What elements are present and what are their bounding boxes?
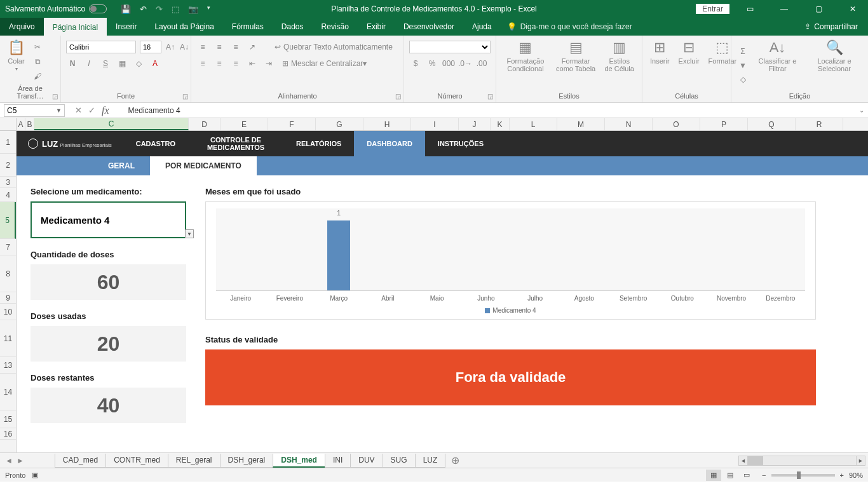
font-launcher-icon[interactable]: ◲ [182, 93, 188, 100]
sheet-tab-REL_geral[interactable]: REL_geral [168, 454, 220, 468]
dropdown-arrow-icon[interactable]: ▼ [185, 229, 194, 238]
border-icon[interactable]: ▦ [116, 57, 128, 70]
decrease-font-icon[interactable]: A↓ [179, 41, 189, 53]
signin-button[interactable]: Entrar [696, 4, 729, 14]
touch-mode-icon[interactable]: ⬚ [172, 4, 179, 14]
find-select-button[interactable]: 🔍Localizar e Selecionar [806, 38, 863, 92]
tab-exibir[interactable]: Exibir [358, 18, 395, 36]
col-header-I[interactable]: I [411, 118, 459, 130]
col-header-M[interactable]: M [557, 118, 605, 130]
zoom-out-button[interactable]: − [762, 471, 766, 479]
view-page-break-icon[interactable]: ▭ [739, 470, 754, 481]
underline-icon[interactable]: S [99, 57, 112, 70]
cancel-formula-icon[interactable]: ✕ [75, 105, 82, 115]
row-header-10[interactable]: 10 [0, 304, 16, 320]
col-header-B[interactable]: B [25, 118, 34, 130]
col-header-O[interactable]: O [653, 118, 700, 130]
subnav-por-medicamento[interactable]: POR MEDICAMENTO [150, 156, 257, 175]
row-header-15[interactable]: 15 [0, 410, 16, 428]
zoom-slider[interactable] [771, 474, 835, 477]
italic-icon[interactable]: I [83, 57, 95, 70]
name-box-dropdown-icon[interactable]: ▼ [56, 107, 62, 114]
increase-decimal-icon[interactable]: .0→ [459, 57, 471, 70]
increase-font-icon[interactable]: A↑ [165, 41, 175, 53]
nav-controle[interactable]: CONTROLE DE MEDICAMENTOS [188, 131, 283, 156]
align-right-icon[interactable]: ≡ [229, 57, 242, 70]
sheet-tab-INI[interactable]: INI [325, 454, 351, 468]
clipboard-launcher-icon[interactable]: ◲ [52, 93, 58, 100]
sheet-nav-next-icon[interactable]: ► [17, 456, 24, 465]
expand-formula-bar-icon[interactable]: ⌄ [859, 107, 864, 114]
medication-select[interactable]: Medicamento 4 ▼ [31, 201, 186, 238]
save-icon[interactable]: 💾 [121, 4, 131, 14]
indent-decrease-icon[interactable]: ⇤ [246, 57, 259, 70]
tab-revisao[interactable]: Revisão [313, 18, 358, 36]
row-header-16[interactable]: 16 [0, 428, 16, 440]
row-header-11[interactable]: 11 [0, 320, 16, 357]
nav-dashboard[interactable]: DASHBOARD [354, 131, 425, 156]
row-header-8[interactable]: 8 [0, 255, 16, 292]
format-painter-icon[interactable]: 🖌 [31, 70, 44, 83]
macro-record-icon[interactable]: ▣ [32, 471, 38, 479]
col-header-G[interactable]: G [316, 118, 363, 130]
sheet-tab-CONTR_med[interactable]: CONTR_med [105, 454, 168, 468]
col-header-N[interactable]: N [605, 118, 653, 130]
insert-cells-button[interactable]: ⊞Inserir [648, 38, 672, 92]
copy-icon[interactable]: ⧉ [31, 55, 44, 68]
sheet-tab-DSH_med[interactable]: DSH_med [273, 454, 325, 468]
row-header-9[interactable]: 9 [0, 292, 16, 304]
tab-formulas[interactable]: Fórmulas [223, 18, 273, 36]
col-header-E[interactable]: E [220, 118, 268, 130]
col-header-L[interactable]: L [510, 118, 557, 130]
font-name-input[interactable] [66, 41, 136, 53]
col-header-A[interactable]: A [17, 118, 25, 130]
row-header-5[interactable]: 5 [0, 202, 16, 239]
col-header-D[interactable]: D [189, 118, 220, 130]
nav-cadastro[interactable]: CADASTRO [123, 131, 188, 156]
close-button[interactable]: ✕ [839, 0, 867, 18]
align-left-icon[interactable]: ≡ [196, 57, 209, 70]
accept-formula-icon[interactable]: ✓ [88, 105, 95, 115]
name-box[interactable]: C5 ▼ [4, 104, 65, 117]
cell-styles-button[interactable]: ▥Estilos de Célula [602, 38, 637, 92]
align-bottom-icon[interactable]: ≡ [229, 41, 242, 53]
hscroll-thumb[interactable] [748, 456, 763, 465]
tab-desenvolvedor[interactable]: Desenvolvedor [395, 18, 463, 36]
col-header-J[interactable]: J [459, 118, 491, 130]
row-header-13[interactable]: 13 [0, 357, 16, 374]
nav-instrucoes[interactable]: INSTRUÇÕES [425, 131, 496, 156]
redo-icon[interactable]: ↷ [156, 4, 163, 14]
subnav-geral[interactable]: GERAL [93, 156, 150, 175]
orientation-icon[interactable]: ↗ [246, 41, 259, 53]
autosave-toggle[interactable]: Salvamento Automático [5, 4, 107, 13]
col-header-C[interactable]: C [34, 118, 189, 130]
currency-icon[interactable]: $ [409, 57, 422, 70]
tell-me-search[interactable]: 💡 Diga-me o que você deseja fazer [507, 18, 632, 36]
qat-dropdown-icon[interactable]: ▾ [207, 4, 210, 14]
row-header-4[interactable]: 4 [0, 188, 16, 202]
zoom-value[interactable]: 90% [849, 471, 863, 479]
number-launcher-icon[interactable]: ◲ [487, 93, 493, 100]
sheet-tab-DSH_geral[interactable]: DSH_geral [220, 454, 274, 468]
row-header-3[interactable]: 3 [0, 177, 16, 188]
col-header-R[interactable]: R [796, 118, 843, 130]
ribbon-display-icon[interactable]: ▭ [736, 0, 764, 18]
minimize-button[interactable]: — [770, 0, 798, 18]
select-all-corner[interactable] [0, 118, 17, 130]
formula-input[interactable]: Medicamento 4 [128, 106, 180, 115]
row-header-7[interactable]: 7 [0, 239, 16, 255]
sheet-tab-DUV[interactable]: DUV [350, 454, 383, 468]
indent-increase-icon[interactable]: ⇥ [262, 57, 275, 70]
decrease-decimal-icon[interactable]: .00 [475, 57, 488, 70]
align-middle-icon[interactable]: ≡ [213, 41, 226, 53]
share-button[interactable]: ⇪ Compartilhar [804, 18, 868, 36]
tab-pagina-inicial[interactable]: Página Inicial [44, 18, 107, 36]
hscroll-left-icon[interactable]: ◄ [739, 456, 748, 465]
sheet-tab-CAD_med[interactable]: CAD_med [55, 454, 106, 468]
conditional-format-button[interactable]: ▦Formatação Condicional [501, 38, 550, 92]
cut-icon[interactable]: ✂ [31, 41, 44, 53]
bold-icon[interactable]: N [66, 57, 79, 70]
number-format-select[interactable] [409, 41, 491, 53]
fx-icon[interactable]: fx [102, 105, 109, 116]
col-header-P[interactable]: P [700, 118, 748, 130]
